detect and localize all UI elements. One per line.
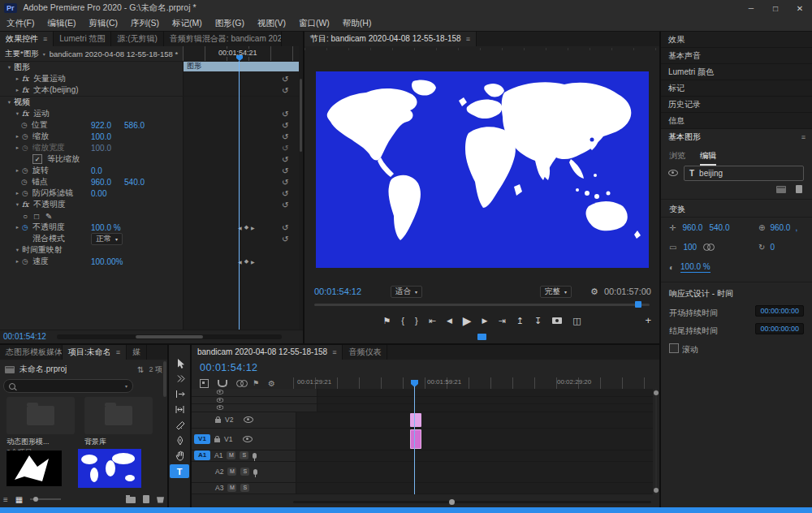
close-button[interactable]: ✕ <box>788 4 812 13</box>
tab-audio-clip-mixer[interactable]: 音频剪辑混合器: bandicam 2020-04-0 <box>164 32 282 46</box>
export-frame-button[interactable] <box>552 317 562 324</box>
panel-menu-icon[interactable]: ≡ <box>466 35 470 43</box>
settings-wrench-icon[interactable]: ⚙ <box>590 287 598 297</box>
ec-param-position[interactable]: ◷位置922.0586.0↺ <box>0 119 299 131</box>
collapse-icon[interactable]: ▸ <box>13 258 22 265</box>
reset-icon[interactable]: ↺ <box>282 166 288 175</box>
tab-markers[interactable]: 标记 <box>661 80 812 96</box>
ec-section-graphics[interactable]: ▾图形 <box>0 61 299 73</box>
track-v3[interactable] <box>192 404 653 412</box>
collapse-icon[interactable]: ▾ <box>5 99 14 106</box>
track-v2[interactable]: V2 <box>192 412 653 429</box>
sequence-clip-label[interactable]: bandicam 2020-04-08 12-55-18-158 * <box>50 50 178 58</box>
mute-button[interactable]: M <box>227 468 236 476</box>
track-a1[interactable]: A1A1MS <box>192 450 653 462</box>
bin-name[interactable]: 动态图形模... <box>6 437 78 447</box>
layer-visibility-eye-icon[interactable] <box>668 170 678 176</box>
tab-lumetri-scopes[interactable]: Lumetri 范围 <box>54 32 111 46</box>
go-to-in-button[interactable]: ⇤ <box>429 317 436 325</box>
track-output-eye-icon[interactable] <box>243 436 253 442</box>
drag-video-icon[interactable] <box>477 334 486 340</box>
project-vertical-scrollbar[interactable] <box>163 361 166 489</box>
collapse-icon[interactable]: ▸ <box>13 224 22 231</box>
ec-horizontal-scrollbar[interactable] <box>57 334 282 339</box>
reset-icon[interactable]: ↺ <box>282 132 288 141</box>
overlay-title-text[interactable]: beijing <box>564 110 614 127</box>
next-keyframe-icon[interactable]: ▶ <box>251 259 255 265</box>
razor-tool[interactable] <box>170 418 189 432</box>
tab-media-browser[interactable]: 媒 <box>127 345 147 360</box>
tab-edit[interactable]: 编辑 <box>700 150 716 166</box>
position-x-value[interactable]: 922.0 <box>91 121 111 130</box>
stopwatch-icon[interactable]: ◷ <box>22 189 32 197</box>
ec-param-uniform-scale[interactable]: ✓等比缩放↺ <box>0 153 299 165</box>
reset-icon[interactable]: ↺ <box>282 155 288 164</box>
menu-edit[interactable]: 编辑(E) <box>41 18 82 29</box>
tab-graphics-templates[interactable]: 态图形模板媒体 <box>0 345 63 360</box>
eg-scale-value[interactable]: 100 <box>683 243 697 252</box>
lift-button[interactable]: ↥ <box>516 317 524 325</box>
ec-param-rotation[interactable]: ▸◷旋转0.0↺ <box>0 165 299 176</box>
linked-selection-icon[interactable] <box>236 380 244 387</box>
reset-icon[interactable]: ↺ <box>282 178 288 187</box>
mute-button[interactable]: M <box>227 451 235 459</box>
track-v1[interactable]: V1V1 <box>192 429 653 450</box>
track-a2[interactable]: A2MS <box>192 462 653 483</box>
opacity-value[interactable]: 100.0 % <box>91 223 121 232</box>
position-y-value[interactable]: 586.0 <box>124 121 145 130</box>
track-output-eye-icon[interactable] <box>217 398 223 403</box>
bin-name[interactable]: 背景库 <box>84 437 156 447</box>
speed-value[interactable]: 100.00% <box>91 257 123 266</box>
ec-effect-vector-motion[interactable]: ▸fx矢量运动↺ <box>0 73 299 84</box>
collapse-icon[interactable]: ▾ <box>13 110 22 117</box>
eg-opacity-value[interactable]: 100.0 % <box>680 262 710 273</box>
project-file-name[interactable]: 未命名.prproj <box>19 364 67 375</box>
panel-menu-icon[interactable]: ≡ <box>43 35 47 43</box>
tab-audio-meters[interactable]: 音频仪表 <box>343 345 387 360</box>
tab-browse[interactable]: 浏览 <box>669 150 685 162</box>
reset-icon[interactable]: ↺ <box>282 110 288 119</box>
new-text-layer-icon[interactable] <box>796 185 802 193</box>
ripple-edit-tool[interactable] <box>170 387 189 401</box>
nest-sequence-icon[interactable] <box>200 379 209 388</box>
media-thumbnail-map[interactable] <box>78 449 141 488</box>
roll-checkbox[interactable] <box>669 343 679 353</box>
ec-effect-opacity[interactable]: ▾fx不透明度↺ <box>0 199 299 210</box>
track-v5[interactable] <box>192 389 653 397</box>
ec-effect-motion[interactable]: ▾fx运动↺ <box>0 108 299 119</box>
list-view-icon[interactable]: ≡ <box>3 495 8 504</box>
solo-button[interactable]: S <box>240 468 249 476</box>
scale-value[interactable]: 100.0 <box>91 132 111 141</box>
ec-param-scale[interactable]: ▸◷缩放100.0↺ <box>0 131 299 142</box>
stopwatch-icon[interactable]: ◷ <box>21 121 32 129</box>
video-frame[interactable]: beijing <box>316 71 649 268</box>
reset-icon[interactable]: ↺ <box>282 223 288 232</box>
tab-source-monitor[interactable]: 源:(无剪辑) <box>111 32 163 46</box>
collapse-icon[interactable]: ▸ <box>13 87 22 93</box>
tab-essential-graphics[interactable]: 基本图形 ≡ <box>661 129 812 145</box>
rolling-edit-tool[interactable] <box>170 403 189 416</box>
ec-playhead-line[interactable] <box>239 61 240 330</box>
panel-menu-icon[interactable]: ≡ <box>332 348 336 356</box>
eg-position-x[interactable]: 960.0 <box>682 223 702 232</box>
project-name-row[interactable]: 未命名.prproj ⇅ 2 项 <box>5 363 162 376</box>
track-lock-icon[interactable] <box>214 438 220 442</box>
collapse-icon[interactable]: ▸ <box>13 167 22 174</box>
scrollbar-handle[interactable] <box>654 390 659 395</box>
uniform-scale-checkbox[interactable]: ✓ <box>32 154 42 164</box>
icon-view-icon[interactable]: ▦ <box>15 495 23 504</box>
play-button[interactable]: ▶ <box>463 315 472 326</box>
extract-button[interactable]: ↧ <box>534 317 542 325</box>
comparison-view-button[interactable]: ◫ <box>572 317 581 325</box>
ec-param-anchor[interactable]: ◷锚点960.0540.0↺ <box>0 176 299 188</box>
go-to-out-button[interactable]: ⇥ <box>499 317 506 325</box>
pen-tool[interactable] <box>170 433 189 447</box>
timeline-current-timecode[interactable]: 00:01:54:12 <box>200 362 258 373</box>
media-thumbnail-graphic[interactable] <box>6 450 62 486</box>
ec-param-opacity[interactable]: ▸◷不透明度100.0 %◀◆▶↺ <box>0 222 299 233</box>
tab-project[interactable]: 项目:未命名≡ <box>63 345 127 360</box>
layer-name[interactable]: beijing <box>699 169 723 178</box>
stopwatch-icon[interactable]: ◷ <box>22 257 32 265</box>
hand-tool[interactable] <box>170 449 189 463</box>
ellipse-mask-icon[interactable]: ○ <box>23 212 28 221</box>
